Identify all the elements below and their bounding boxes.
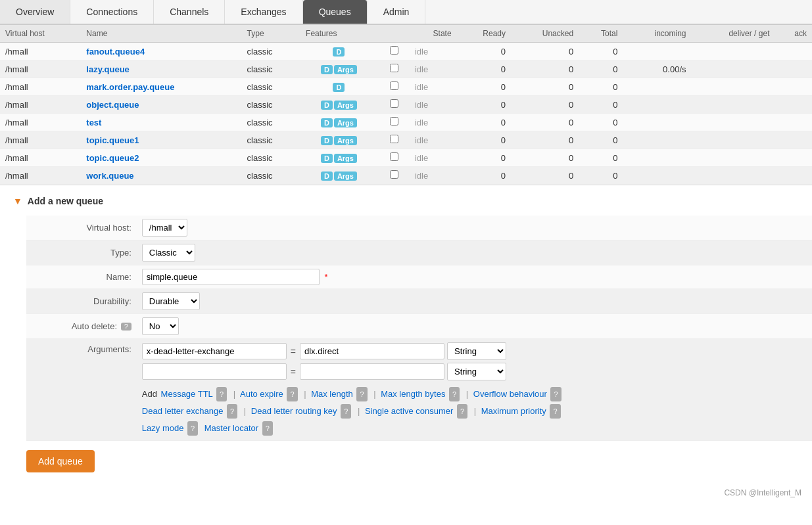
queue-name-link[interactable]: lazy.queue [86,64,130,74]
queue-name-link[interactable]: fanout.queue4 [86,47,145,57]
cell-incoming [623,78,691,96]
quicklink-lazy-mode[interactable]: Lazy mode [142,423,184,433]
cell-checkbox[interactable] [379,43,410,60]
queue-name-link[interactable]: topic.queue1 [86,135,139,145]
quicklink-message-ttl[interactable]: Message TTL [161,389,213,399]
queue-name-link[interactable]: mark.order.pay.queue [86,82,174,92]
cell-type: classic [242,60,300,78]
add-queue-button[interactable]: Add queue [26,450,95,472]
row-checkbox[interactable] [390,99,398,108]
cell-checkbox[interactable] [379,167,410,185]
cell-name[interactable]: topic.queue2 [81,149,241,167]
cell-name[interactable]: topic.queue1 [81,131,241,149]
arg1-type-select[interactable]: String Number Boolean [447,342,506,360]
queue-name-link[interactable]: test [86,118,101,127]
queue-name-link[interactable]: object.queue [86,100,139,110]
quicklink-auto-expire[interactable]: Auto expire [240,389,283,399]
quicklink-master-locator[interactable]: Master locator [204,423,258,433]
overflow-help[interactable]: ? [550,387,561,401]
table-row[interactable]: /hmallmark.order.pay.queueclassicDidle00… [0,78,812,96]
quicklink-dead-letter-routing-key[interactable]: Dead letter routing key [251,406,337,416]
row-checkbox[interactable] [390,81,398,90]
dead-letter-exchange-help[interactable]: ? [227,404,237,419]
row-checkbox[interactable] [390,135,398,143]
cell-name[interactable]: fanout.queue4 [81,43,241,60]
nav-channels[interactable]: Channels [154,0,225,24]
cell-vhost: /hmall [0,114,81,131]
cell-checkbox[interactable] [379,149,410,167]
feature-badge: Args [334,65,357,74]
cell-checkbox[interactable] [379,131,410,149]
max-length-help[interactable]: ? [356,387,367,401]
message-ttl-help[interactable]: ? [216,387,227,401]
table-row[interactable]: /hmallwork.queueclassicDArgsidle000 [0,167,812,185]
cell-name[interactable]: test [81,114,241,131]
cell-name[interactable]: lazy.queue [81,60,241,78]
quicklink-single-active-consumer[interactable]: Single active consumer [365,406,453,416]
row-checkbox[interactable] [390,64,398,72]
table-row[interactable]: /hmalltopic.queue2classicDArgsidle000 [0,149,812,167]
queue-name-link[interactable]: work.queue [86,171,133,181]
cell-name[interactable]: work.queue [81,167,241,185]
cell-unacked: 0 [511,78,579,96]
arg2-key-input[interactable] [142,363,287,380]
row-checkbox[interactable] [390,117,398,126]
nav-overview[interactable]: Overview [0,0,70,24]
table-row[interactable]: /hmallfanout.queue4classicDidle000 [0,43,812,60]
master-locator-help[interactable]: ? [262,421,273,436]
type-select[interactable]: Classic Quorum Stream [142,244,195,262]
cell-state: idle [410,167,457,185]
table-row[interactable]: /hmalltopic.queue1classicDArgsidle000 [0,131,812,149]
cell-name[interactable]: mark.order.pay.queue [81,78,241,96]
nav-queues[interactable]: Queues [303,0,368,24]
name-input[interactable] [142,269,320,285]
lazy-mode-help[interactable]: ? [187,421,198,436]
queue-name-link[interactable]: topic.queue2 [86,153,139,163]
table-row[interactable]: /hmallobject.queueclassicDArgsidle000 [0,96,812,114]
single-active-consumer-help[interactable]: ? [457,404,467,419]
cell-state: idle [410,131,457,149]
maximum-priority-help[interactable]: ? [550,404,560,419]
arg1-value-input[interactable] [300,343,444,359]
dead-letter-routing-key-help[interactable]: ? [341,404,351,419]
arg2-value-input[interactable] [300,363,444,380]
nav-exchanges[interactable]: Exchanges [225,0,302,24]
cell-checkbox[interactable] [379,60,410,78]
auto-expire-help[interactable]: ? [287,387,297,401]
row-checkbox[interactable] [390,46,398,55]
cell-incoming [623,131,691,149]
auto-delete-select[interactable]: No Yes [142,317,179,335]
durability-select[interactable]: Durable Transient [142,292,200,310]
row-checkbox[interactable] [390,170,398,179]
table-row[interactable]: /hmalllazy.queueclassicDArgsidle0000.00/… [0,60,812,78]
cell-features: DArgs [300,149,379,167]
row-checkbox[interactable] [390,152,398,161]
table-row[interactable]: /hmalltestclassicDArgsidle000 [0,114,812,131]
add-queue-form: Virtual host: /hmall Type: Classic Quoru… [26,216,812,441]
quicklink-max-length-bytes[interactable]: Max length bytes [381,389,445,399]
col-name: Name [81,25,241,43]
col-ack: ack [775,25,812,43]
cell-checkbox[interactable] [379,78,410,96]
feature-badge: D [333,83,345,92]
arg2-type-select[interactable]: String Number Boolean [447,363,506,380]
cell-checkbox[interactable] [379,114,410,131]
nav-connections[interactable]: Connections [70,0,154,24]
auto-delete-help[interactable]: ? [121,323,131,331]
cell-checkbox[interactable] [379,96,410,114]
argument-row-1: = String Number Boolean [142,342,807,360]
top-navigation: Overview Connections Channels Exchanges … [0,0,812,25]
feature-badge: D [321,136,333,145]
quicklink-max-length[interactable]: Max length [311,389,353,399]
arg1-key-input[interactable] [142,343,287,359]
cell-ready: 0 [457,167,511,185]
virtual-host-select[interactable]: /hmall [142,219,187,237]
quicklink-overflow[interactable]: Overflow behaviour [473,389,547,399]
quicklink-dead-letter-exchange[interactable]: Dead letter exchange [142,406,224,416]
max-length-bytes-help[interactable]: ? [449,387,460,401]
cell-features: DArgs [300,96,379,114]
nav-admin[interactable]: Admin [368,0,426,24]
quicklink-maximum-priority[interactable]: Maximum priority [481,406,546,416]
cell-name[interactable]: object.queue [81,96,241,114]
add-queue-header[interactable]: ▼ Add a new queue [13,196,799,206]
